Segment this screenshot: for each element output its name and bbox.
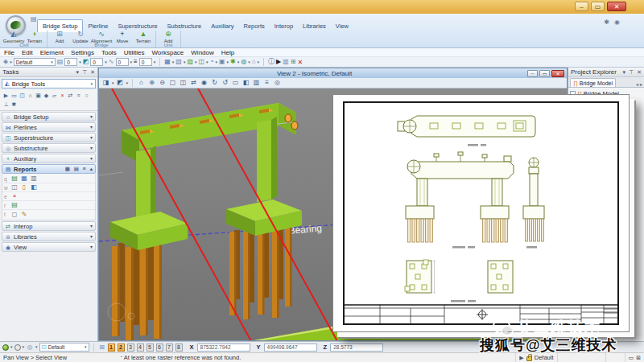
chevron-down-icon[interactable]: ▾ bbox=[112, 81, 114, 85]
explorer-icon[interactable]: ⌂ bbox=[252, 59, 256, 65]
rotate-view-icon[interactable]: ↻ bbox=[210, 79, 219, 88]
task-group-combo[interactable]: ◭ Bridge Tools ▾ bbox=[2, 79, 96, 88]
chevron-down-icon[interactable]: ▾ bbox=[195, 60, 197, 64]
presentation-icon[interactable]: ◩ bbox=[116, 79, 125, 88]
report-tool-icon[interactable]: ▥ bbox=[30, 175, 38, 183]
symbology-preset-combo[interactable]: ◫ Default ▾ bbox=[39, 343, 89, 352]
menu-edit[interactable]: Edit bbox=[22, 49, 33, 56]
pin-icon[interactable]: ⊤ bbox=[82, 69, 87, 75]
transparency-icon[interactable] bbox=[14, 344, 21, 351]
section-pierlines[interactable]: ⋈ Pierlines ▾ bbox=[2, 122, 96, 132]
menu-utilities[interactable]: Utilities bbox=[124, 49, 145, 56]
tool-icon[interactable]: ⇄ bbox=[67, 92, 74, 99]
report-tool-icon[interactable]: ▤ bbox=[10, 202, 19, 209]
y-coordinate-field[interactable]: 499498.9647 bbox=[264, 343, 317, 352]
fit-view-icon[interactable]: ▢ bbox=[168, 79, 177, 88]
collapse-icon[interactable]: ▴ bbox=[90, 167, 93, 172]
active-level-value[interactable]: 0 bbox=[64, 58, 77, 66]
layout-rows-icon[interactable]: ≡ bbox=[83, 167, 86, 172]
window-area-icon[interactable]: ◫ bbox=[179, 79, 188, 88]
report-tool-icon[interactable]: × bbox=[10, 193, 19, 200]
active-color-value[interactable]: 0 bbox=[90, 58, 103, 66]
active-template-combo[interactable]: Default ▾ bbox=[14, 58, 56, 66]
view-restore-button[interactable]: ▭ bbox=[539, 70, 550, 77]
window-tile-icon[interactable]: ▥ bbox=[283, 59, 289, 65]
primary-tool-icon[interactable]: ▦ bbox=[164, 59, 171, 65]
section-interop[interactable]: ⇄ Interop ▾ bbox=[2, 221, 96, 231]
tab-interop[interactable]: Interop bbox=[270, 20, 298, 32]
chevron-down-icon[interactable]: ▾ bbox=[105, 60, 107, 64]
chevron-down-icon[interactable]: ▾ bbox=[226, 60, 229, 64]
status-tray-icon[interactable]: ⊠ bbox=[636, 355, 641, 360]
restore-button[interactable]: ▭ bbox=[591, 2, 605, 11]
menu-workspace[interactable]: Workspace bbox=[151, 49, 184, 56]
line-weight-icon[interactable]: ≡ bbox=[134, 59, 138, 65]
tool-icon[interactable]: ▭ bbox=[10, 92, 18, 99]
markups-icon[interactable]: ✱ bbox=[230, 59, 236, 65]
copy-view-icon[interactable]: ▭ bbox=[231, 79, 240, 88]
tool-icon[interactable]: ≡ bbox=[75, 92, 82, 99]
panel-menu-icon[interactable]: ▾ bbox=[76, 69, 80, 75]
pencil-icon[interactable]: ✎ bbox=[20, 211, 28, 218]
report-tool-icon[interactable]: ▯ bbox=[20, 184, 28, 191]
info-icon[interactable]: ⓘ bbox=[268, 59, 275, 65]
scroll-left-icon[interactable]: ◂ bbox=[636, 82, 638, 87]
report-tool-icon[interactable]: ▤ bbox=[10, 175, 19, 183]
move-button[interactable]: + Move bbox=[113, 31, 132, 43]
view-titlebar[interactable]: View 2 - Isometric, Default – ▭ ✕ bbox=[99, 68, 567, 78]
menu-window[interactable]: Window bbox=[191, 49, 213, 56]
section-libraries[interactable]: ≣ Libraries ▾ bbox=[2, 232, 96, 241]
chevron-down-icon[interactable]: ▾ bbox=[184, 60, 186, 64]
details-icon[interactable]: ◍ bbox=[241, 59, 246, 65]
active-weight-value[interactable]: 0 bbox=[139, 58, 152, 66]
chevron-down-icon[interactable]: ▾ bbox=[172, 60, 175, 64]
tab-reports[interactable]: Reports bbox=[238, 20, 269, 32]
report-tool-icon[interactable]: ◫ bbox=[10, 184, 19, 191]
pointer-tool-icon[interactable]: ▶ bbox=[276, 59, 281, 65]
section-view[interactable]: ◉ View ▾ bbox=[2, 242, 96, 252]
dropdown-arrow-icon[interactable]: ▾ bbox=[10, 60, 12, 64]
section-reports[interactable]: ▤ Reports ▦ ▤ ≡ ▴ bbox=[2, 164, 96, 174]
clip-volume-icon[interactable]: ◧ bbox=[242, 79, 250, 88]
color-icon[interactable]: ◩ bbox=[83, 59, 89, 65]
menu-help[interactable]: Help bbox=[221, 49, 234, 56]
chevron-down-icon[interactable]: ▾ bbox=[130, 60, 133, 64]
update-bridge-button[interactable]: ↻ Update bbox=[71, 31, 90, 43]
tool-icon[interactable]: ▣ bbox=[35, 92, 42, 99]
undo-view-icon[interactable]: ↺ bbox=[221, 79, 229, 88]
view-groups-icon[interactable]: ⊞ bbox=[98, 343, 106, 352]
add-bridge-button[interactable]: ⊞ Add bbox=[50, 31, 69, 43]
view-orientation-icon[interactable]: ◉ bbox=[200, 79, 208, 88]
view-minimize-button[interactable]: – bbox=[527, 70, 538, 77]
terrain-bridge-button[interactable]: ▲ Terrain bbox=[134, 31, 153, 43]
chevron-down-icon[interactable]: ▾ bbox=[79, 60, 81, 64]
zoom-out-icon[interactable]: ⊖ bbox=[158, 79, 167, 88]
menu-file[interactable]: File bbox=[4, 49, 14, 56]
report-tool-icon[interactable]: ◧ bbox=[30, 184, 38, 191]
point-clouds-icon[interactable]: ◔ bbox=[210, 59, 214, 65]
saved-views-icon[interactable]: ▣ bbox=[219, 59, 225, 65]
tab-auxiliary[interactable]: Auxiliary bbox=[206, 20, 238, 32]
delete-tool-icon[interactable]: × bbox=[59, 92, 66, 99]
element-template-icon[interactable]: ◈ bbox=[3, 59, 8, 65]
delete-icon[interactable]: ✕ bbox=[297, 59, 303, 66]
menu-settings[interactable]: Settings bbox=[71, 49, 94, 56]
chevron-down-icon[interactable]: ▾ bbox=[23, 345, 25, 349]
references-icon[interactable]: ▨ bbox=[187, 59, 193, 65]
user-icon[interactable]: ◉ bbox=[614, 19, 620, 26]
geometry-button[interactable]: ◭ Geometry bbox=[4, 31, 23, 43]
tool-icon[interactable]: ⌂ bbox=[27, 92, 34, 99]
view-home-icon[interactable]: ⌂ bbox=[137, 79, 146, 88]
chevron-down-icon[interactable]: ▾ bbox=[215, 60, 217, 64]
tool-icon[interactable]: ◫ bbox=[19, 92, 26, 99]
section-auxiliary[interactable]: + Auxiliary ▾ bbox=[2, 154, 96, 163]
snap-mode-icon[interactable]: ◎ bbox=[26, 343, 34, 352]
models-icon[interactable]: ▧ bbox=[175, 59, 182, 65]
level-icon[interactable]: ▤ bbox=[57, 59, 64, 65]
tab-libraries[interactable]: Libraries bbox=[298, 20, 331, 32]
pan-icon[interactable]: ⇄ bbox=[189, 79, 198, 88]
tab-bridge-model[interactable]: ∏ Bridge Model bbox=[570, 78, 616, 87]
line-style-icon[interactable]: ∿ bbox=[109, 59, 114, 65]
section-superstructure[interactable]: ◫ Superstructure ▾ bbox=[2, 133, 96, 142]
close-button[interactable]: ✕ bbox=[607, 2, 626, 11]
